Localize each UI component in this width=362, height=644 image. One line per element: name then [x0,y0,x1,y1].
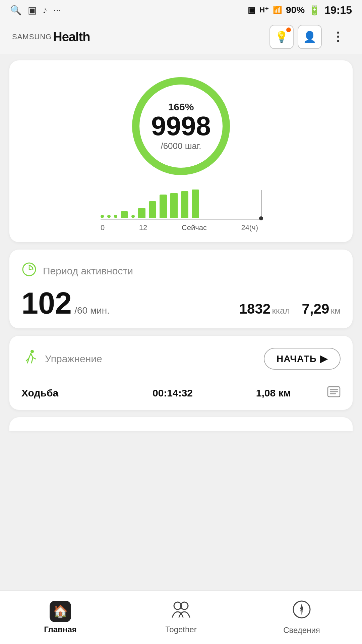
calories-stat: 1832 ккал [239,301,290,317]
start-exercise-button[interactable]: НАЧАТЬ ▶ [264,348,341,370]
bar-5 [138,208,145,218]
sim-icon: ▣ [248,5,255,15]
chart-labels: 0 12 Сейчас 24(ч) [101,223,261,232]
activity-card[interactable]: Период активности 102 /60 мин. 1832 ккал… [9,250,353,328]
data-icon: H⁺ [259,6,269,14]
bar-6 [149,201,156,218]
exercise-distance: 1,08 км [223,387,324,399]
steps-bar-chart: 0 12 Сейчас 24(ч) [101,190,261,232]
exercise-card[interactable]: Упражнение НАЧАТЬ ▶ Ходьба 00:14:32 1,08… [9,336,353,410]
lightbulb-icon: 💡 [275,31,288,43]
app-logo: SAMSUNG Health [12,30,90,44]
compass-icon [292,600,311,623]
play-icon: ▶ [320,353,328,364]
battery-icon: 🔋 [309,5,320,16]
bar-9 [181,191,188,218]
bar-2 [114,215,117,218]
status-bar-left: 🔍 ▣ ♪ ··· [10,5,61,16]
together-icon [171,600,191,622]
bar-4 [131,215,135,218]
chart-label-end: 24(ч) [241,223,258,232]
calories-label: ккал [272,306,290,316]
nav-item-together[interactable]: Together [121,600,241,634]
activity-extra-stats: 1832 ккал 7,29 км [239,301,341,317]
time-display: 19:15 [324,4,352,16]
bar-3 [121,211,128,218]
signal-icon: 📶 [273,6,282,14]
more-icon: ··· [53,5,61,15]
current-time-line [261,190,261,218]
profile-button[interactable]: 👤 [298,25,322,49]
card-peek [9,417,353,431]
exercise-title: Упражнение [45,353,102,365]
vertical-dots-icon: ⋮ [332,30,344,44]
bottom-nav: 🏠 Главная Together Сведения [0,590,362,644]
chart-label-mid: 12 [139,223,147,232]
ring-text: 166% 9998 /6000 шаг. [151,101,211,151]
distance-value: 7,29 [302,301,329,317]
current-time-dot [259,216,263,220]
header-actions: 💡 👤 ⋮ [269,25,350,49]
profile-icon: 👤 [303,31,316,43]
exercise-type: Ходьба [21,387,122,399]
insights-button[interactable]: 💡 [269,25,294,49]
activity-title: Период активности [43,265,133,277]
start-label: НАЧАТЬ [277,354,317,364]
battery-text: 90% [286,5,305,15]
logo-samsung: SAMSUNG [12,33,52,41]
nav-label-info: Сведения [283,626,320,635]
steps-ring: 166% 9998 /6000 шаг. [127,72,235,180]
steps-value: 9998 [151,113,211,140]
steps-goal: /6000 шаг. [151,141,211,151]
app-header: SAMSUNG Health 💡 👤 ⋮ [0,20,362,54]
nav-label-home: Главная [44,625,77,634]
exercise-time: 00:14:32 [122,387,223,399]
exercise-divider [21,378,341,378]
svg-point-15 [301,608,303,610]
bars-area [101,190,261,220]
exercise-header: Упражнение НАЧАТЬ ▶ [21,348,341,370]
nav-item-info[interactable]: Сведения [241,600,362,635]
svg-point-5 [31,350,34,353]
bar-8 [170,193,178,218]
home-icon-wrap: 🏠 [50,601,71,622]
bar-7 [160,195,167,218]
distance-stat: 7,29 км [302,301,341,317]
exercise-row: Ходьба 00:14:32 1,08 км [21,386,341,400]
more-button[interactable]: ⋮ [326,25,350,49]
activity-header: Период активности [21,262,341,280]
nav-item-home[interactable]: 🏠 Главная [0,601,121,634]
bar-10 [192,190,199,218]
steps-card[interactable]: 166% 9998 /6000 шаг. [9,60,353,242]
status-bar: 🔍 ▣ ♪ ··· ▣ H⁺ 📶 90% 🔋 19:15 [0,0,362,20]
activity-main-value: 102 /60 мин. [21,288,110,318]
activity-unit: /60 мин. [74,305,110,316]
main-content: 166% 9998 /6000 шаг. [0,54,362,437]
activity-minutes: 102 [21,288,72,318]
chart-label-start: 0 [101,223,105,232]
home-icon: 🏠 [53,604,68,619]
list-icon[interactable] [327,386,341,400]
calories-value: 1832 [239,301,270,317]
bar-0 [101,215,104,218]
activity-timer-icon [21,262,37,280]
running-icon [21,349,38,369]
activity-stats: 102 /60 мин. 1832 ккал 7,29 км [21,288,341,318]
exercise-left: Упражнение [21,349,102,369]
bar-1 [107,215,111,218]
notification-dot [286,28,291,32]
search-status-icon: 🔍 [10,5,22,16]
flipboard-icon: ▣ [28,5,37,16]
nav-label-together: Together [165,625,196,634]
status-bar-right: ▣ H⁺ 📶 90% 🔋 19:15 [248,4,352,16]
chart-label-current: Сейчас [182,223,207,232]
distance-label: км [331,306,341,316]
logo-health: Health [53,30,90,44]
music-icon: ♪ [43,5,47,15]
